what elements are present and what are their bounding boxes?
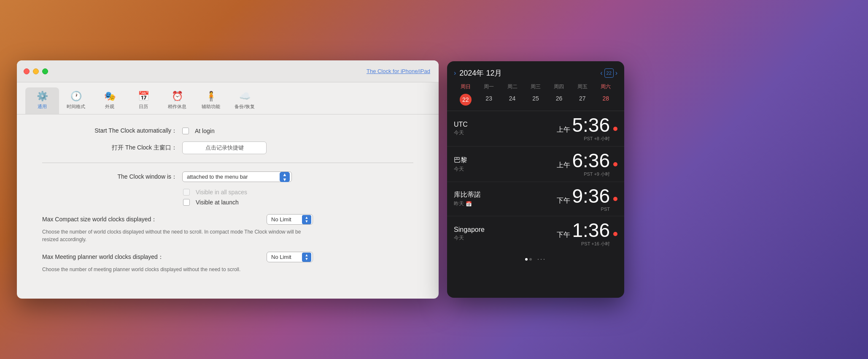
day-28[interactable]: 28	[594, 94, 617, 106]
calendar-grid: 周日 周一 周二 周三 周四 周五 周六 22 23 24 25 26 27 2…	[447, 83, 624, 111]
day-cupertino-text: 昨天	[454, 200, 464, 207]
title-bar: The Clock for iPhone/iPad	[17, 60, 439, 82]
time-singapore: 下午1:36	[557, 220, 610, 240]
dot-cupertino	[613, 197, 617, 201]
close-button[interactable]	[24, 68, 30, 74]
calendar-month-title: 2024年 12月	[459, 68, 600, 78]
window-option-text: attached to the menu bar	[187, 174, 248, 180]
preferences-window: The Clock for iPhone/iPad ⚙️ 通用 🕐 时间格式 🎭…	[17, 60, 439, 299]
clock-entry-utc: UTC 今天 上午5:36 PST +8 小时	[447, 111, 624, 147]
offset-utc: PST +8 小时	[584, 136, 610, 142]
clock-icon: 🕐	[70, 91, 82, 102]
tab-time-format[interactable]: 🕐 时间格式	[59, 87, 93, 114]
city-singapore: Singapore	[454, 226, 557, 234]
nav-right-icon[interactable]: ›	[615, 69, 617, 77]
clock-location-utc: UTC 今天	[454, 121, 557, 136]
clock-location-paris: 巴黎 今天	[454, 156, 557, 173]
at-login-checkbox[interactable]	[182, 128, 189, 134]
select-arrow-icon: ▲▼	[280, 172, 290, 182]
day-24[interactable]: 24	[501, 94, 524, 106]
calendar-days-row: 22 23 24 25 26 27 28	[454, 94, 617, 106]
time-cupertino: 下午9:36	[557, 186, 610, 206]
tab-appearance[interactable]: 🎭 外观	[93, 87, 127, 114]
footer-dot-active	[525, 258, 528, 261]
max-compact-row: Max Compact size world clocks displayed：…	[42, 214, 413, 225]
visible-all-spaces-row: Visible in all spaces	[183, 189, 413, 196]
tab-general[interactable]: ⚙️ 通用	[25, 87, 59, 114]
time-utc: 上午5:36	[557, 115, 610, 135]
city-cupertino: 库比蒂諾	[454, 190, 557, 199]
clock-entry-singapore: Singapore 今天 下午1:36 PST +16 小时	[447, 216, 624, 251]
person-icon: 🧍	[205, 91, 217, 102]
tab-backup-label: 备份/恢复	[235, 103, 254, 110]
clock-widget: › 2024年 12月 ‹ 22 › 周日 周一 周二 周三 周四 周五 周六 …	[447, 61, 624, 298]
iphone-ipad-link[interactable]: The Clock for iPhone/iPad	[367, 68, 430, 74]
visible-at-launch-checkbox[interactable]	[183, 199, 190, 206]
calendar-icon: 📅	[138, 91, 149, 102]
day-23[interactable]: 23	[477, 94, 500, 106]
open-main-window-label: 打开 The Clock 主窗口：	[42, 144, 177, 152]
window-position-select[interactable]: attached to the menu bar ▲▼	[182, 171, 292, 182]
clock-entry-paris: 巴黎 今天 上午6:36 PST +9 小时	[447, 147, 624, 182]
max-meeting-label: Max Meeting planner world clocks display…	[42, 253, 261, 261]
timer-icon: ⏰	[172, 91, 183, 102]
day-headers: 周日 周一 周二 周三 周四 周五 周六	[454, 83, 617, 90]
tab-calendar[interactable]: 📅 日历	[127, 87, 160, 114]
day-header-fri: 周五	[571, 83, 594, 90]
tab-break[interactable]: ⏰ 稍作休息	[160, 87, 194, 114]
max-meeting-select[interactable]: No Limit ▲▼	[267, 252, 313, 262]
nav-chevron-icon: ›	[454, 69, 456, 77]
offset-cupertino: PST	[601, 207, 610, 212]
day-26[interactable]: 26	[547, 94, 571, 106]
day-22[interactable]: 22	[460, 94, 472, 106]
more-options-icon[interactable]: ···	[537, 255, 546, 264]
theater-icon: 🎭	[104, 91, 116, 102]
calendar-nav-box: 22	[604, 68, 614, 78]
clock-location-singapore: Singapore 今天	[454, 226, 557, 242]
visible-all-spaces-checkbox[interactable]	[183, 189, 190, 196]
clock-entries: UTC 今天 上午5:36 PST +8 小时 巴黎 今天 上午6:36 PS	[447, 111, 624, 251]
clock-location-cupertino: 库比蒂諾 昨天 📅	[454, 190, 557, 207]
calendar-small-icon: 📅	[466, 201, 472, 207]
widget-footer: ···	[447, 251, 624, 264]
max-meeting-row: Max Meeting planner world clocks display…	[42, 252, 413, 262]
max-compact-select[interactable]: No Limit ▲▼	[267, 214, 313, 225]
calendar-nav[interactable]: ‹ 22 ›	[600, 68, 617, 78]
ampm-paris: 上午	[557, 162, 570, 169]
shortcut-record-button[interactable]: 点击记录快捷键	[182, 141, 267, 154]
max-meeting-desc: Choose the number of meeting planner wor…	[42, 266, 337, 273]
day-25[interactable]: 25	[524, 94, 547, 106]
day-utc: 今天	[454, 129, 557, 136]
maximize-button[interactable]	[42, 68, 48, 74]
day-paris: 今天	[454, 166, 557, 173]
calendar-month: 12月	[486, 69, 502, 77]
time-area-paris: 上午6:36 PST +9 小时	[557, 151, 610, 177]
cloud-icon: ☁️	[239, 91, 251, 102]
cal-nav-number: 22	[607, 71, 612, 76]
day-header-tue: 周二	[501, 83, 524, 90]
tab-accessibility-label: 辅助功能	[202, 103, 220, 110]
tab-accessibility[interactable]: 🧍 辅助功能	[194, 87, 228, 114]
tab-time-format-label: 时间格式	[67, 103, 85, 110]
day-cupertino: 昨天 📅	[454, 200, 557, 207]
compact-select-arrow-icon: ▲▼	[302, 215, 311, 224]
day-27[interactable]: 27	[571, 94, 594, 106]
visible-at-launch-row: Visible at launch	[183, 199, 413, 206]
chevron-icon: ▲▼	[283, 172, 287, 182]
meeting-select-arrow-icon: ▲▼	[302, 253, 311, 262]
day-header-sun: 周日	[454, 83, 477, 90]
offset-paris: PST +9 小时	[584, 171, 610, 177]
tab-backup[interactable]: ☁️ 备份/恢复	[228, 87, 261, 114]
day-singapore: 今天	[454, 234, 557, 242]
nav-left-icon[interactable]: ‹	[600, 69, 602, 77]
dot-singapore	[613, 232, 617, 236]
minimize-button[interactable]	[33, 68, 39, 74]
city-utc: UTC	[454, 121, 557, 128]
offset-singapore: PST +16 小时	[581, 241, 610, 247]
day-header-sat: 周六	[594, 83, 617, 90]
start-automatically-row: Start The Clock automatically： At login	[42, 127, 413, 135]
window-is-row: The Clock window is： attached to the men…	[42, 171, 413, 182]
tab-general-label: 通用	[38, 103, 47, 110]
tab-break-label: 稍作休息	[168, 103, 186, 110]
visible-at-launch-label: Visible at launch	[196, 199, 239, 206]
